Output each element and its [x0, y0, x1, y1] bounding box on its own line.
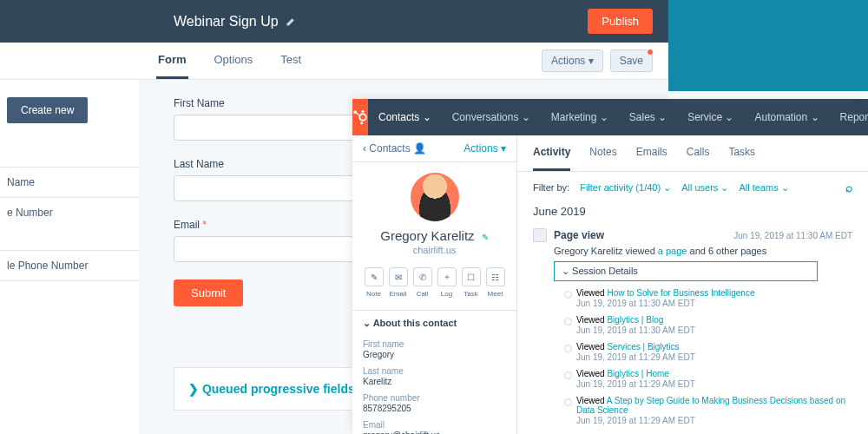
tab-options[interactable]: Options	[213, 43, 255, 79]
activity-event: Page view Jun 19, 2019 at 11:30 AM EDT G…	[517, 225, 868, 434]
about-label: First name	[363, 339, 506, 349]
svg-point-3	[360, 122, 363, 124]
history-time: Jun 19, 2019 at 11:29 AM EDT	[576, 379, 852, 389]
nav-conversations[interactable]: Conversations ⌄	[442, 111, 541, 123]
save-button[interactable]: Save	[610, 49, 653, 72]
history-time: Jun 19, 2019 at 11:29 AM EDT	[576, 352, 852, 362]
about-field: Emailgregory@chairlift.us	[352, 417, 516, 434]
history-page-link[interactable]: Services | Biglytics	[607, 342, 679, 352]
palette-field[interactable]: Name	[0, 167, 139, 197]
viewed-label: Viewed	[576, 288, 607, 298]
edit-name-icon[interactable]: ✎	[482, 233, 489, 242]
history-page-link[interactable]: Biglytics | Blog	[607, 315, 663, 325]
nav-contacts[interactable]: Contacts ⌄	[368, 111, 442, 123]
hubspot-logo-icon[interactable]	[352, 99, 368, 135]
icon-label: Note	[366, 290, 381, 298]
month-header: June 2019	[517, 203, 868, 225]
about-label: Phone number	[363, 393, 506, 403]
session-details-toggle[interactable]: ⌄ Session Details	[554, 261, 818, 281]
submit-button[interactable]: Submit	[174, 279, 243, 306]
filter-bar: Filter by: Filter activity (1/40) ⌄ All …	[517, 172, 868, 203]
nav-marketing[interactable]: Marketing ⌄	[541, 111, 619, 123]
icon-label: Meet	[488, 290, 503, 298]
person-icon: 👤	[413, 142, 426, 155]
action-note[interactable]: ✎Note	[365, 267, 384, 298]
tab-emails[interactable]: Emails	[636, 135, 667, 171]
history-item: Viewed Biglytics | BlogJun 19, 2019 at 1…	[564, 313, 852, 340]
about-label: Last name	[363, 366, 506, 376]
about-field: Phone number8578295205	[352, 390, 516, 417]
event-time: Jun 19, 2019 at 11:30 AM EDT	[733, 231, 852, 240]
filter-activity-dropdown[interactable]: Filter activity (1/40) ⌄	[580, 182, 671, 194]
history-page-link[interactable]: How to Solve for Business Intelligence	[607, 288, 754, 298]
viewed-label: Viewed	[576, 396, 607, 405]
palette-field[interactable]: le Phone Number	[0, 250, 139, 281]
about-value: Gregory	[363, 350, 506, 359]
nav-sales[interactable]: Sales ⌄	[619, 111, 677, 123]
form-title-text: Webinar Sign Up	[174, 14, 279, 30]
history-page-link[interactable]: Biglytics | Home	[607, 369, 669, 378]
contact-company: chairlift.us	[352, 245, 516, 255]
history-time: Jun 19, 2019 at 11:30 AM EDT	[576, 326, 852, 335]
history-time: Jun 19, 2019 at 11:30 AM EDT	[576, 299, 852, 308]
icon-label: Task	[464, 290, 477, 298]
note-icon: ✎	[365, 267, 384, 286]
actions-dropdown-button[interactable]: Actions ▾	[542, 49, 603, 72]
filter-teams-dropdown[interactable]: All teams ⌄	[739, 182, 788, 194]
page-link[interactable]: a page	[658, 246, 687, 256]
svg-line-4	[356, 113, 360, 116]
history-item: Viewed A Step by Step Guide to Making Bu…	[564, 394, 852, 431]
nav-service[interactable]: Service ⌄	[677, 111, 744, 123]
about-field: Last nameKarelitz	[352, 363, 516, 390]
viewed-label: Viewed	[576, 342, 607, 352]
search-icon[interactable]: ⌕	[845, 181, 852, 194]
meet-icon: ☷	[486, 267, 505, 286]
history-item: Viewed How to Solve for Business Intelli…	[564, 286, 852, 313]
log-icon: ＋	[437, 267, 457, 286]
history-time: Jun 19, 2019 at 11:29 AM EDT	[576, 416, 852, 425]
action-email[interactable]: ✉Email	[389, 267, 408, 298]
about-value: gregory@chairlift.us	[363, 431, 506, 434]
nav-automation[interactable]: Automation ⌄	[745, 111, 830, 123]
tab-calls[interactable]: Calls	[687, 135, 710, 171]
activity-panel: Activity Notes Emails Calls Tasks Filter…	[517, 135, 868, 434]
action-log[interactable]: ＋Log	[437, 267, 457, 298]
crm-topnav: Contacts ⌄ Conversations ⌄ Marketing ⌄ S…	[352, 99, 868, 135]
event-title: Page view	[554, 229, 604, 241]
contact-name: Gregory Karelitz ✎	[352, 228, 516, 243]
avatar[interactable]	[411, 173, 459, 221]
create-new-button[interactable]: Create new	[7, 97, 88, 123]
action-task[interactable]: ☐Task	[462, 267, 481, 298]
tab-tasks[interactable]: Tasks	[728, 135, 755, 171]
field-palette: Create new Name e Number le Phone Number	[0, 80, 139, 434]
back-to-contacts[interactable]: ‹ Contacts 👤	[363, 142, 426, 155]
svg-point-1	[362, 110, 365, 113]
action-meet[interactable]: ☷Meet	[486, 267, 505, 298]
notification-dot-icon	[647, 49, 654, 56]
tab-activity[interactable]: Activity	[533, 135, 570, 171]
form-title: Webinar Sign Up	[174, 14, 296, 30]
publish-button[interactable]: Publish	[588, 9, 653, 34]
filter-users-dropdown[interactable]: All users ⌄	[681, 182, 728, 194]
contact-sidebar: ‹ Contacts 👤 Actions ▾ Gregory Karelitz …	[352, 135, 517, 434]
task-icon: ☐	[462, 267, 481, 286]
nav-reports[interactable]: Reports ⌄	[830, 111, 868, 123]
palette-field[interactable]: e Number	[0, 197, 139, 227]
tab-test[interactable]: Test	[279, 43, 303, 79]
history-item: Viewed Services | BiglyticsJun 19, 2019 …	[564, 340, 852, 367]
contact-actions-dropdown[interactable]: Actions ▾	[464, 142, 506, 155]
tab-notes[interactable]: Notes	[589, 135, 616, 171]
viewed-label: Viewed	[576, 315, 607, 325]
viewed-label: Viewed	[576, 369, 607, 378]
about-field: First nameGregory	[352, 336, 516, 363]
icon-label: Log	[441, 290, 452, 298]
tab-form[interactable]: Form	[156, 43, 188, 79]
history-item: Viewed Biglytics | HomeJun 19, 2019 at 1…	[564, 367, 852, 394]
event-description: Gregory Karelitz viewed a page and 6 oth…	[533, 242, 852, 258]
about-contact-toggle[interactable]: ⌄ About this contact	[352, 310, 516, 336]
page-view-icon	[533, 228, 547, 242]
icon-label: Call	[417, 290, 429, 298]
history-page-link[interactable]: A Step by Step Guide to Making Business …	[576, 396, 845, 415]
action-call[interactable]: ✆Call	[413, 267, 432, 298]
edit-icon[interactable]	[286, 16, 296, 27]
